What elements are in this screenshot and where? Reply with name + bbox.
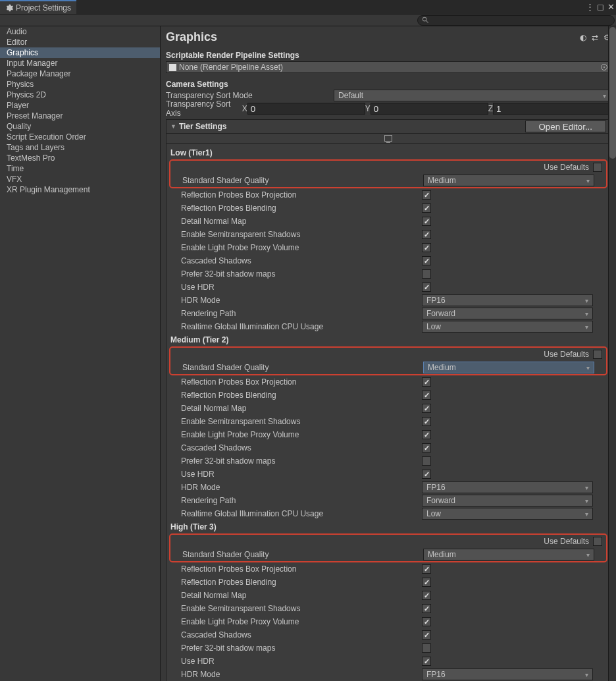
ess-checkbox[interactable] — [422, 417, 431, 426]
search-row — [0, 14, 616, 26]
rpb-label: Reflection Probes Blending — [181, 391, 422, 400]
gear-icon — [5, 4, 13, 12]
rgi-label: Realtime Global Illumination CPU Usage — [181, 509, 422, 518]
camera-settings-label: Camera Settings — [161, 80, 616, 89]
sidebar-item-graphics[interactable]: Graphics — [0, 47, 160, 58]
rpbp-checkbox[interactable] — [422, 564, 431, 574]
hdrm-label: HDR Mode — [181, 670, 422, 679]
ssq-dropdown[interactable]: Medium — [423, 362, 594, 373]
sidebar-item-audio[interactable]: Audio — [0, 26, 160, 37]
ssq-dropdown[interactable]: Medium — [423, 175, 594, 186]
ssq-label: Standard Shader Quality — [182, 176, 423, 185]
elppv-checkbox[interactable] — [422, 430, 431, 439]
settings-icon[interactable]: ⇄ — [592, 33, 598, 42]
dnm-checkbox[interactable] — [422, 404, 431, 413]
elppv-checkbox[interactable] — [422, 617, 431, 626]
object-picker-icon[interactable] — [601, 64, 607, 70]
monitor-icon — [384, 135, 392, 142]
p32-checkbox[interactable] — [422, 269, 431, 279]
sidebar-item-editor[interactable]: Editor — [0, 37, 160, 47]
axis-y-input[interactable] — [371, 103, 488, 115]
sidebar-item-xr-plugin-management[interactable]: XR Plugin Management — [0, 184, 160, 195]
page-title: Graphics — [166, 30, 580, 44]
dnm-checkbox[interactable] — [422, 591, 431, 600]
rp-dropdown[interactable]: Forward — [422, 308, 593, 319]
axis-z-input[interactable] — [493, 103, 611, 115]
close-icon[interactable]: ✕ — [607, 2, 615, 12]
sidebar-item-input-manager[interactable]: Input Manager — [0, 58, 160, 68]
ess-checkbox[interactable] — [422, 230, 431, 239]
rpbp-checkbox[interactable] — [422, 190, 431, 200]
axis-x-input[interactable] — [247, 103, 365, 115]
hdr-checkbox[interactable] — [422, 657, 431, 666]
rpb-checkbox[interactable] — [422, 204, 431, 213]
use-defaults-checkbox[interactable] — [593, 350, 602, 359]
tier-name: Low (Tier1) — [170, 146, 606, 159]
sidebar-item-vfx[interactable]: VFX — [0, 174, 160, 184]
rpb-label: Reflection Probes Blending — [181, 578, 422, 587]
srp-label: Scriptable Render Pipeline Settings — [161, 51, 616, 60]
use-defaults-checkbox[interactable] — [593, 163, 602, 172]
hdrm-dropdown[interactable]: FP16 — [422, 481, 593, 493]
rgi-dropdown[interactable]: Low — [422, 321, 593, 333]
maximize-icon[interactable]: ◻ — [596, 2, 604, 12]
sidebar-item-player[interactable]: Player — [0, 100, 160, 111]
foldout-icon[interactable]: ▼ — [170, 123, 176, 130]
scrollbar[interactable] — [608, 26, 616, 681]
rgi-dropdown[interactable]: Low — [422, 508, 593, 520]
p32-label: Prefer 32-bit shadow maps — [181, 643, 422, 653]
rp-dropdown[interactable]: Forward — [422, 495, 593, 506]
ess-checkbox[interactable] — [422, 604, 431, 613]
rpb-checkbox[interactable] — [422, 391, 431, 400]
sort-mode-dropdown[interactable]: Default — [334, 90, 611, 101]
hdrm-dropdown[interactable]: FP16 — [422, 294, 593, 306]
search-input[interactable] — [417, 15, 615, 26]
sidebar-item-tags-and-layers[interactable]: Tags and Layers — [0, 142, 160, 153]
elppv-label: Enable Light Probe Proxy Volume — [181, 430, 422, 439]
use-defaults-checkbox[interactable] — [593, 537, 602, 546]
rpb-label: Reflection Probes Blending — [181, 204, 422, 213]
help-icon[interactable]: ◐ — [580, 33, 586, 42]
p32-checkbox[interactable] — [422, 456, 431, 466]
sidebar-item-quality[interactable]: Quality — [0, 121, 160, 132]
rpbp-label: Reflection Probes Box Projection — [181, 190, 422, 200]
hdrm-dropdown[interactable]: FP16 — [422, 668, 593, 680]
p32-checkbox[interactable] — [422, 643, 431, 653]
sidebar-item-script-execution-order[interactable]: Script Execution Order — [0, 132, 160, 142]
elppv-checkbox[interactable] — [422, 243, 431, 252]
sidebar-item-package-manager[interactable]: Package Manager — [0, 68, 160, 79]
hdr-checkbox[interactable] — [422, 470, 431, 479]
open-editor-button[interactable]: Open Editor... — [525, 121, 607, 132]
sidebar-item-physics-2d[interactable]: Physics 2D — [0, 90, 160, 100]
ssq-label: Standard Shader Quality — [182, 550, 423, 559]
cs-label: Cascaded Shadows — [181, 630, 422, 640]
sidebar-item-preset-manager[interactable]: Preset Manager — [0, 111, 160, 121]
hdr-checkbox[interactable] — [422, 283, 431, 292]
use-defaults-label: Use Defaults — [544, 350, 589, 359]
cs-checkbox[interactable] — [422, 443, 431, 452]
menu-icon[interactable]: ⋮ — [586, 2, 594, 12]
tier-name: Medium (Tier 2) — [170, 333, 606, 346]
ssq-dropdown[interactable]: Medium — [423, 549, 594, 560]
rp-label: Rendering Path — [181, 496, 422, 505]
sidebar-item-physics[interactable]: Physics — [0, 79, 160, 90]
tier-tabs[interactable] — [167, 133, 610, 144]
sidebar-item-textmesh-pro[interactable]: TextMesh Pro — [0, 153, 160, 163]
dnm-checkbox[interactable] — [422, 217, 431, 226]
hdrm-label: HDR Mode — [181, 296, 422, 305]
rpbp-label: Reflection Probes Box Projection — [181, 377, 422, 387]
tab-title: Project Settings — [16, 3, 71, 13]
cs-checkbox[interactable] — [422, 630, 431, 640]
tab-project-settings[interactable]: Project Settings — [0, 0, 76, 14]
search-icon — [422, 16, 429, 24]
elppv-label: Enable Light Probe Proxy Volume — [181, 617, 422, 626]
svg-line-1 — [426, 20, 428, 22]
ess-label: Enable Semitransparent Shadows — [181, 604, 422, 613]
rpb-checkbox[interactable] — [422, 578, 431, 587]
rpbp-checkbox[interactable] — [422, 377, 431, 387]
tab-bar: Project Settings ⋮ ◻ ✕ — [0, 0, 616, 14]
cs-label: Cascaded Shadows — [181, 256, 422, 265]
srp-asset-field[interactable]: None (Render Pipeline Asset) — [166, 61, 611, 73]
cs-checkbox[interactable] — [422, 256, 431, 265]
sidebar-item-time[interactable]: Time — [0, 163, 160, 174]
